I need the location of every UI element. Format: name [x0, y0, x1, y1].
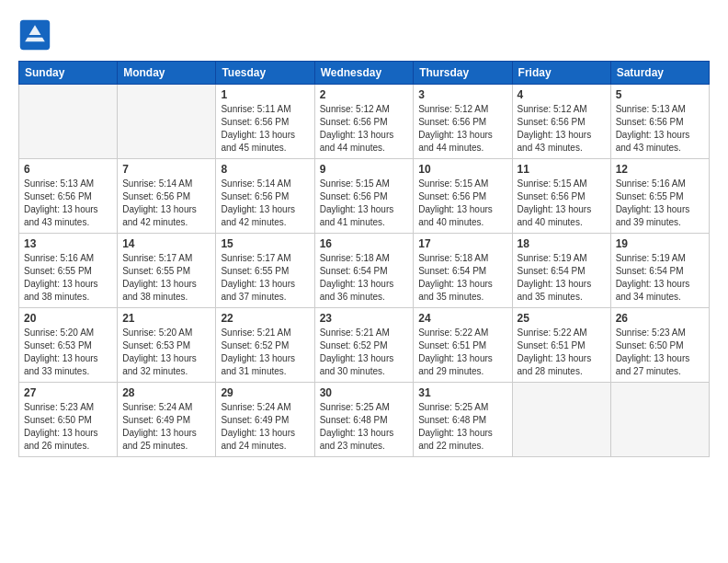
calendar-cell: 29 Sunrise: 5:24 AM Sunset: 6:49 PM Dayl…	[216, 383, 314, 457]
calendar-week-row: 27 Sunrise: 5:23 AM Sunset: 6:50 PM Dayl…	[19, 383, 710, 457]
day-info: Sunrise: 5:14 AM Sunset: 6:56 PM Dayligh…	[221, 178, 309, 229]
day-info: Sunrise: 5:22 AM Sunset: 6:51 PM Dayligh…	[418, 327, 506, 378]
day-number: 16	[320, 237, 409, 250]
day-info: Sunrise: 5:12 AM Sunset: 6:56 PM Dayligh…	[418, 103, 506, 155]
calendar-cell: 2 Sunrise: 5:12 AM Sunset: 6:56 PM Dayli…	[314, 85, 414, 159]
day-number: 29	[221, 386, 309, 399]
day-number: 12	[616, 163, 704, 176]
day-info: Sunrise: 5:21 AM Sunset: 6:52 PM Dayligh…	[320, 327, 409, 378]
calendar-cell: 31 Sunrise: 5:25 AM Sunset: 6:48 PM Dayl…	[414, 383, 512, 457]
day-number: 13	[24, 237, 112, 250]
day-info: Sunrise: 5:16 AM Sunset: 6:55 PM Dayligh…	[24, 252, 112, 304]
day-number: 10	[418, 163, 506, 176]
day-info: Sunrise: 5:23 AM Sunset: 6:50 PM Dayligh…	[24, 401, 112, 453]
calendar-week-row: 1 Sunrise: 5:11 AM Sunset: 6:56 PM Dayli…	[19, 85, 710, 159]
day-info: Sunrise: 5:24 AM Sunset: 6:49 PM Dayligh…	[122, 401, 210, 453]
calendar-cell	[512, 383, 610, 457]
calendar-cell: 26 Sunrise: 5:23 AM Sunset: 6:50 PM Dayl…	[610, 308, 709, 383]
logo-icon	[18, 18, 51, 52]
calendar-cell: 8 Sunrise: 5:14 AM Sunset: 6:56 PM Dayli…	[216, 159, 314, 234]
calendar-cell: 9 Sunrise: 5:15 AM Sunset: 6:56 PM Dayli…	[314, 159, 414, 234]
calendar-cell: 4 Sunrise: 5:12 AM Sunset: 6:56 PM Dayli…	[512, 85, 610, 159]
calendar-cell: 21 Sunrise: 5:20 AM Sunset: 6:53 PM Dayl…	[118, 308, 216, 383]
calendar-cell: 12 Sunrise: 5:16 AM Sunset: 6:55 PM Dayl…	[610, 159, 709, 234]
svg-rect-2	[27, 35, 43, 38]
day-number: 23	[320, 312, 409, 325]
day-number: 22	[221, 312, 309, 325]
calendar-cell: 19 Sunrise: 5:19 AM Sunset: 6:54 PM Dayl…	[610, 234, 709, 308]
day-number: 26	[616, 312, 704, 325]
day-info: Sunrise: 5:12 AM Sunset: 6:56 PM Dayligh…	[518, 103, 606, 155]
day-info: Sunrise: 5:20 AM Sunset: 6:53 PM Dayligh…	[122, 327, 210, 378]
day-info: Sunrise: 5:11 AM Sunset: 6:56 PM Dayligh…	[221, 103, 309, 155]
calendar-cell: 24 Sunrise: 5:22 AM Sunset: 6:51 PM Dayl…	[414, 308, 512, 383]
calendar-header-row: SundayMondayTuesdayWednesdayThursdayFrid…	[19, 62, 710, 85]
day-info: Sunrise: 5:13 AM Sunset: 6:56 PM Dayligh…	[24, 178, 112, 229]
calendar-day-header: Friday	[512, 62, 610, 85]
calendar-cell: 13 Sunrise: 5:16 AM Sunset: 6:55 PM Dayl…	[19, 234, 118, 308]
calendar-week-row: 13 Sunrise: 5:16 AM Sunset: 6:55 PM Dayl…	[19, 234, 710, 308]
day-number: 6	[24, 163, 112, 176]
day-number: 11	[518, 163, 606, 176]
calendar-day-header: Monday	[118, 62, 216, 85]
calendar-day-header: Saturday	[610, 62, 709, 85]
day-number: 24	[418, 312, 506, 325]
day-info: Sunrise: 5:22 AM Sunset: 6:51 PM Dayligh…	[518, 327, 606, 378]
calendar-cell: 22 Sunrise: 5:21 AM Sunset: 6:52 PM Dayl…	[216, 308, 314, 383]
logo	[18, 18, 57, 52]
day-number: 21	[122, 312, 210, 325]
page-header	[18, 18, 710, 52]
calendar-day-header: Thursday	[414, 62, 512, 85]
calendar-cell: 14 Sunrise: 5:17 AM Sunset: 6:55 PM Dayl…	[118, 234, 216, 308]
day-number: 28	[122, 386, 210, 399]
day-info: Sunrise: 5:18 AM Sunset: 6:54 PM Dayligh…	[418, 252, 506, 304]
day-info: Sunrise: 5:15 AM Sunset: 6:56 PM Dayligh…	[518, 178, 606, 229]
day-info: Sunrise: 5:15 AM Sunset: 6:56 PM Dayligh…	[418, 178, 506, 229]
calendar-day-header: Tuesday	[216, 62, 314, 85]
calendar-cell: 25 Sunrise: 5:22 AM Sunset: 6:51 PM Dayl…	[512, 308, 610, 383]
day-number: 3	[418, 88, 506, 101]
day-info: Sunrise: 5:14 AM Sunset: 6:56 PM Dayligh…	[122, 178, 210, 229]
calendar-cell: 18 Sunrise: 5:19 AM Sunset: 6:54 PM Dayl…	[512, 234, 610, 308]
calendar-day-header: Wednesday	[314, 62, 414, 85]
calendar-cell: 7 Sunrise: 5:14 AM Sunset: 6:56 PM Dayli…	[118, 159, 216, 234]
day-number: 1	[221, 88, 309, 101]
day-info: Sunrise: 5:21 AM Sunset: 6:52 PM Dayligh…	[221, 327, 309, 378]
day-info: Sunrise: 5:12 AM Sunset: 6:56 PM Dayligh…	[320, 103, 409, 155]
calendar-cell: 27 Sunrise: 5:23 AM Sunset: 6:50 PM Dayl…	[19, 383, 118, 457]
day-info: Sunrise: 5:18 AM Sunset: 6:54 PM Dayligh…	[320, 252, 409, 304]
day-info: Sunrise: 5:24 AM Sunset: 6:49 PM Dayligh…	[221, 401, 309, 453]
day-number: 18	[518, 237, 606, 250]
day-number: 30	[320, 386, 409, 399]
day-number: 7	[122, 163, 210, 176]
calendar-cell: 11 Sunrise: 5:15 AM Sunset: 6:56 PM Dayl…	[512, 159, 610, 234]
day-info: Sunrise: 5:19 AM Sunset: 6:54 PM Dayligh…	[518, 252, 606, 304]
calendar-cell	[118, 85, 216, 159]
day-info: Sunrise: 5:25 AM Sunset: 6:48 PM Dayligh…	[418, 401, 506, 453]
day-number: 27	[24, 386, 112, 399]
calendar-cell	[19, 85, 118, 159]
day-info: Sunrise: 5:17 AM Sunset: 6:55 PM Dayligh…	[221, 252, 309, 304]
day-number: 9	[320, 163, 409, 176]
day-number: 5	[616, 88, 704, 101]
calendar-cell: 10 Sunrise: 5:15 AM Sunset: 6:56 PM Dayl…	[414, 159, 512, 234]
day-number: 8	[221, 163, 309, 176]
calendar-week-row: 6 Sunrise: 5:13 AM Sunset: 6:56 PM Dayli…	[19, 159, 710, 234]
calendar-cell: 30 Sunrise: 5:25 AM Sunset: 6:48 PM Dayl…	[314, 383, 414, 457]
calendar-table: SundayMondayTuesdayWednesdayThursdayFrid…	[18, 61, 710, 457]
day-info: Sunrise: 5:20 AM Sunset: 6:53 PM Dayligh…	[24, 327, 112, 378]
day-number: 14	[122, 237, 210, 250]
calendar-cell: 17 Sunrise: 5:18 AM Sunset: 6:54 PM Dayl…	[414, 234, 512, 308]
day-info: Sunrise: 5:19 AM Sunset: 6:54 PM Dayligh…	[616, 252, 704, 304]
calendar-cell: 1 Sunrise: 5:11 AM Sunset: 6:56 PM Dayli…	[216, 85, 314, 159]
day-number: 15	[221, 237, 309, 250]
day-info: Sunrise: 5:15 AM Sunset: 6:56 PM Dayligh…	[320, 178, 409, 229]
calendar-cell	[610, 383, 709, 457]
day-number: 20	[24, 312, 112, 325]
day-number: 25	[518, 312, 606, 325]
calendar-cell: 3 Sunrise: 5:12 AM Sunset: 6:56 PM Dayli…	[414, 85, 512, 159]
day-number: 31	[418, 386, 506, 399]
day-number: 19	[616, 237, 704, 250]
day-number: 17	[418, 237, 506, 250]
calendar-cell: 23 Sunrise: 5:21 AM Sunset: 6:52 PM Dayl…	[314, 308, 414, 383]
